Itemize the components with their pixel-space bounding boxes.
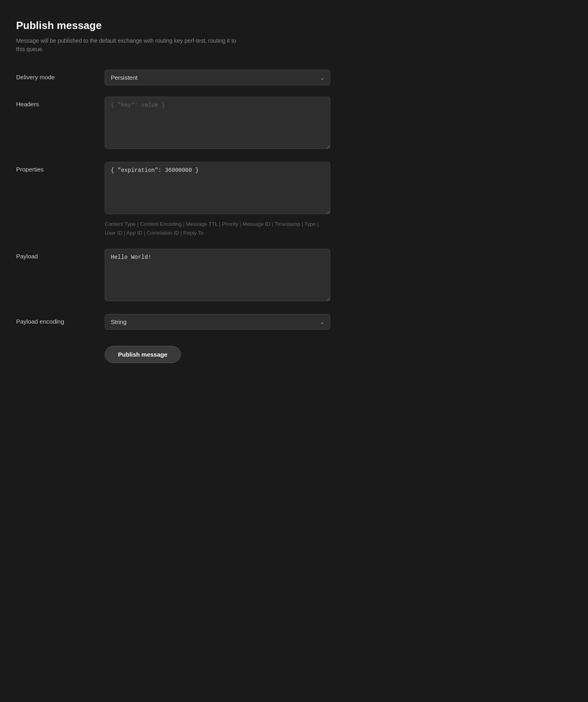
properties-textarea[interactable] [105,162,330,214]
payload-control [105,249,330,303]
payload-encoding-label: Payload encoding [16,314,105,325]
page-title: Publish message [16,19,334,32]
page-description: Message will be published to the default… [16,37,242,54]
payload-row: Payload [16,249,334,303]
payload-encoding-select-wrapper: String Base64 ⌄ [105,314,330,330]
delivery-mode-label: Delivery mode [16,70,105,81]
properties-control: Content Type | Content Encoding | Messag… [105,162,330,237]
delivery-mode-control: Persistent Non-persistent ⌄ [105,70,330,85]
headers-control [105,97,330,151]
headers-textarea[interactable] [105,97,330,149]
payload-textarea[interactable] [105,249,330,301]
payload-encoding-select[interactable]: String Base64 [105,314,330,330]
payload-encoding-row: Payload encoding String Base64 ⌄ [16,314,334,330]
headers-row: Headers [16,97,334,151]
properties-hints: Content Type | Content Encoding | Messag… [105,220,330,237]
properties-row: Properties Content Type | Content Encodi… [16,162,334,237]
submit-row: Publish message [16,341,334,363]
headers-label: Headers [16,97,105,107]
payload-label: Payload [16,249,105,260]
publish-message-container: Publish message Message will be publishe… [0,0,350,382]
payload-encoding-control: String Base64 ⌄ [105,314,330,330]
delivery-mode-row: Delivery mode Persistent Non-persistent … [16,70,334,85]
delivery-mode-select[interactable]: Persistent Non-persistent [105,70,330,85]
delivery-mode-select-wrapper: Persistent Non-persistent ⌄ [105,70,330,85]
properties-label: Properties [16,162,105,173]
publish-message-button[interactable]: Publish message [105,346,181,363]
